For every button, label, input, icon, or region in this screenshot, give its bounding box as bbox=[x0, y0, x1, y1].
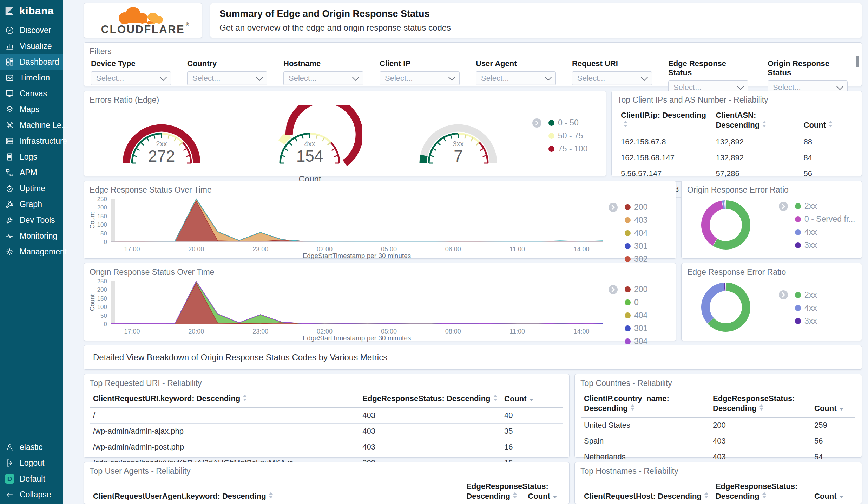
column-header-clientip-country-name-descending[interactable]: ClientIP.country_name: Descending bbox=[581, 390, 710, 417]
sidebar-item-label: Canvas bbox=[20, 89, 47, 98]
select-placeholder: Select... bbox=[481, 74, 509, 83]
column-header-count[interactable]: Count bbox=[501, 390, 563, 408]
column-header-count[interactable]: Count bbox=[801, 107, 856, 134]
sidebar-item-machine-le[interactable]: Machine Le... bbox=[0, 117, 63, 133]
filter-request-uri: Request URISelect... bbox=[572, 59, 652, 95]
column-header-clientip-ip-descending[interactable]: ClientIP.ip: Descending bbox=[618, 107, 713, 134]
legend-item-3xx[interactable]: 3xx bbox=[779, 240, 855, 250]
svg-text:05:00: 05:00 bbox=[381, 328, 397, 335]
filters-scrollbar-thumb[interactable] bbox=[856, 56, 859, 67]
sidebar-item-label: Maps bbox=[20, 105, 39, 114]
legend-item-0[interactable]: 0 bbox=[609, 298, 661, 307]
sidebar-item-discover[interactable]: Discover bbox=[0, 22, 63, 38]
sidebar-item-logout[interactable]: Logout bbox=[0, 455, 63, 471]
column-header-clientrequestuseragent-keyword-descending[interactable]: ClientRequestUserAgent.keyword: Descendi… bbox=[90, 478, 463, 504]
sidebar-item-management[interactable]: Management bbox=[0, 244, 63, 260]
edge-response-error-ratio-legend: 2xx4xx3xx bbox=[779, 290, 855, 326]
sidebar-item-dashboard[interactable]: Dashboard bbox=[0, 54, 63, 70]
sidebar-item-apm[interactable]: APM bbox=[0, 165, 63, 181]
legend-item-404[interactable]: 404 bbox=[609, 228, 661, 238]
sidebar-item-timelion[interactable]: Timelion bbox=[0, 70, 63, 86]
sidebar-item-uptime[interactable]: Uptime bbox=[0, 181, 63, 196]
column-header-edgeresponsestatus-descending[interactable]: EdgeResponseStatus: Descending bbox=[713, 478, 811, 504]
legend-item-0-served-fr[interactable]: 0 - Served fr... bbox=[779, 214, 855, 224]
sort-desc-icon bbox=[529, 394, 534, 404]
filter-label: Origin Response Status bbox=[768, 59, 855, 77]
sidebar-item-canvas[interactable]: Canvas bbox=[0, 86, 63, 102]
origin-response-error-ratio-panel: Origin Response Error Ratio 2xx0 - Serve… bbox=[681, 181, 862, 259]
sidebar-item-collapse[interactable]: Collapse bbox=[0, 487, 63, 503]
sidebar-item-monitoring[interactable]: Monitoring bbox=[0, 228, 63, 244]
legend-item-2xx[interactable]: 2xx bbox=[779, 290, 855, 300]
legend-item-404[interactable]: 404 bbox=[609, 311, 661, 320]
sidebar-item-graph[interactable]: Graph bbox=[0, 196, 63, 212]
legend-item-50-75[interactable]: 50 - 75 bbox=[532, 131, 603, 141]
legend-item-3xx[interactable]: 3xx bbox=[779, 316, 855, 326]
legend-item-4xx[interactable]: 4xx bbox=[779, 227, 855, 237]
svg-text:11:00: 11:00 bbox=[509, 328, 525, 335]
expand-legend-icon[interactable] bbox=[609, 203, 618, 212]
svg-text:154: 154 bbox=[296, 147, 323, 165]
svg-text:4xx: 4xx bbox=[304, 140, 315, 148]
chevron-down-icon bbox=[448, 74, 455, 81]
table-cell: / bbox=[90, 408, 360, 424]
svg-text:0: 0 bbox=[104, 239, 107, 245]
sidebar-item-infrastructure[interactable]: Infrastructure bbox=[0, 133, 63, 149]
legend-item-2xx[interactable]: 2xx bbox=[779, 201, 855, 211]
column-header-clientrequesturi-keyword-descending[interactable]: ClientRequestURI.keyword: Descending bbox=[90, 390, 360, 408]
legend-item-4xx[interactable]: 4xx bbox=[779, 303, 855, 313]
svg-text:100: 100 bbox=[97, 304, 107, 310]
column-header-clientrequesthost-descending[interactable]: ClientRequestHost: Descending bbox=[581, 478, 713, 504]
legend-item-200[interactable]: 200 bbox=[609, 285, 661, 294]
sidebar-item-label: Logout bbox=[20, 458, 44, 468]
filter-label: Country bbox=[187, 59, 267, 68]
filter-select-device-type[interactable]: Select... bbox=[91, 71, 171, 85]
sidebar-item-default[interactable]: DDefault bbox=[0, 471, 63, 487]
expand-legend-icon[interactable] bbox=[779, 290, 788, 299]
kibana-logo[interactable]: kibana bbox=[0, 0, 63, 22]
legend-label: 0 - 50 bbox=[558, 118, 579, 128]
legend-item-301[interactable]: 301 bbox=[609, 324, 661, 333]
column-header-count[interactable]: Count bbox=[811, 478, 855, 504]
filter-select-hostname[interactable]: Select... bbox=[283, 71, 363, 85]
legend-item-75-100[interactable]: 75 - 100 bbox=[532, 144, 603, 154]
expand-legend-icon[interactable] bbox=[609, 285, 618, 294]
filter-select-client-ip[interactable]: Select... bbox=[380, 71, 460, 85]
expand-legend-icon[interactable] bbox=[779, 202, 788, 211]
sidebar-item-label: elastic bbox=[20, 442, 42, 452]
legend-label: 301 bbox=[634, 241, 647, 251]
legend-color-dot bbox=[548, 120, 554, 126]
filter-select-request-uri[interactable]: Select... bbox=[572, 71, 652, 85]
sidebar-item-visualize[interactable]: Visualize bbox=[0, 38, 63, 54]
table-row: /wp-admin/admin-ajax.php40335 bbox=[90, 424, 563, 439]
sidebar-item-dev-tools[interactable]: Dev Tools bbox=[0, 212, 63, 228]
edge-status-over-time-panel: Edge Response Status Over Time 050100150… bbox=[84, 181, 676, 259]
column-header-count[interactable]: Count bbox=[811, 390, 855, 417]
table-cell: 57,286 bbox=[713, 166, 801, 181]
legend-color-dot bbox=[625, 312, 631, 318]
legend-item-302[interactable]: 302 bbox=[609, 254, 661, 264]
sidebar-item-logs[interactable]: Logs bbox=[0, 149, 63, 165]
column-header-edgeresponsestatus-descending[interactable]: EdgeResponseStatus: Descending bbox=[360, 390, 501, 408]
chevron-down-icon bbox=[641, 74, 648, 81]
legend-label: 0 - Served fr... bbox=[804, 214, 855, 224]
edge-time-row: Edge Response Status Over Time 050100150… bbox=[84, 181, 862, 259]
data-table: ClientRequestURI.keyword: DescendingEdge… bbox=[90, 390, 563, 471]
sidebar: kibana DiscoverVisualizeDashboardTimelio… bbox=[0, 0, 63, 504]
filter-select-country[interactable]: Select... bbox=[187, 71, 267, 85]
legend-item-304[interactable]: 304 bbox=[609, 337, 661, 346]
legend-item-0-50[interactable]: 0 - 50 bbox=[532, 118, 603, 128]
column-header-edgeresponsestatus-descending[interactable]: EdgeResponseStatus: Descending bbox=[710, 390, 811, 417]
legend-item-403[interactable]: 403 bbox=[609, 215, 661, 225]
table-head: ClientRequestURI.keyword: DescendingEdge… bbox=[90, 390, 563, 408]
legend-item-200[interactable]: 200 bbox=[609, 202, 661, 212]
sidebar-item-maps[interactable]: Maps bbox=[0, 102, 63, 117]
sidebar-item-elastic[interactable]: elastic bbox=[0, 439, 63, 455]
filter-select-user-agent[interactable]: Select... bbox=[476, 71, 556, 85]
legend-color-dot bbox=[625, 325, 631, 331]
column-header-edgeresponsestatus-descending[interactable]: EdgeResponseStatus: Descending bbox=[463, 478, 525, 504]
header-divider bbox=[206, 6, 206, 35]
column-header-clientasn-descending[interactable]: ClientASN: Descending bbox=[713, 107, 801, 134]
expand-legend-icon[interactable] bbox=[532, 118, 541, 128]
legend-item-301[interactable]: 301 bbox=[609, 241, 661, 251]
